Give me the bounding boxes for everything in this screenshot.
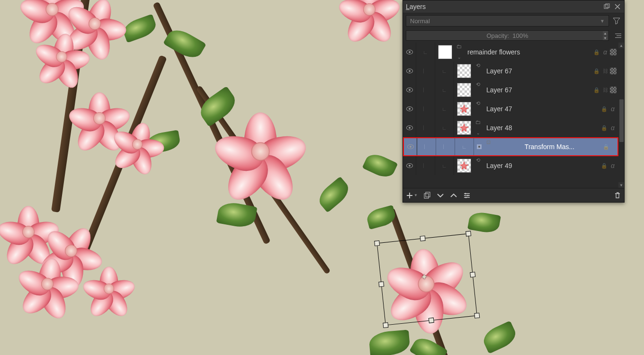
lock-icon[interactable]: 🔒	[602, 143, 610, 151]
svg-rect-1	[606, 4, 609, 8]
transform-handle-w[interactable]	[378, 281, 384, 287]
scroll-thumb[interactable]	[619, 99, 624, 142]
layer-status-icons: 🔒α	[593, 48, 617, 56]
visibility-toggle[interactable]	[403, 156, 416, 175]
indent-cell: ∟	[435, 118, 454, 137]
eye-icon	[406, 88, 413, 92]
chevron-down-icon: ▼	[600, 18, 605, 24]
layer-thumbnail[interactable]	[454, 80, 474, 99]
layer-name-label[interactable]: Layer 47	[482, 105, 600, 113]
layer-row[interactable]: ⎸∟⟲Layer 49🔒α	[403, 156, 624, 175]
svg-point-5	[467, 195, 468, 196]
layer-row[interactable]: ⎸∟⟲Layer 47🔒α	[403, 99, 624, 118]
alpha-lock-icon[interactable]	[610, 87, 617, 93]
transform-handle-s[interactable]	[429, 318, 434, 323]
visibility-toggle[interactable]	[403, 80, 416, 99]
alpha-lock-icon[interactable]	[610, 68, 617, 74]
alpha-icon[interactable]: α	[609, 124, 617, 132]
layer-name-label[interactable]: Transform Mas...	[492, 143, 602, 151]
transform-handle-ne[interactable]	[465, 231, 471, 237]
transform-handle-se[interactable]	[474, 313, 480, 319]
layer-row[interactable]: ⎸∟⟲Layer 67🔒⛓	[403, 80, 624, 99]
indent-cell: ⎸	[416, 118, 435, 137]
layer-status-icons: 🔒⛓	[593, 67, 617, 75]
layer-thumbnail[interactable]	[435, 43, 455, 62]
move-down-button[interactable]	[437, 192, 444, 199]
add-layer-button[interactable]: ▼	[406, 192, 418, 199]
layer-row[interactable]: ⎸∟⟲Layer 67🔒⛓	[403, 62, 624, 80]
blend-mode-value: Normal	[410, 18, 430, 25]
float-panel-icon[interactable]	[603, 3, 611, 10]
duplicate-layer-button[interactable]	[423, 192, 431, 199]
eye-icon	[406, 125, 413, 130]
svg-rect-0	[604, 5, 608, 9]
layer-type-icon: ⟲	[474, 156, 482, 175]
layer-type-icon: ⟲	[474, 99, 482, 118]
lock-icon[interactable]: 🔒	[600, 162, 608, 169]
layer-status-icons: 🔒α	[600, 124, 617, 132]
layer-name-label[interactable]: Layer 49	[482, 162, 600, 169]
opacity-stepper[interactable]: ▲▼	[603, 31, 608, 40]
layer-status-icons: 🔒α	[600, 105, 617, 113]
layer-row[interactable]: ∟🗀⌄remainder flowers🔒α	[403, 43, 624, 62]
scroll-down-icon[interactable]: ▼	[618, 182, 624, 188]
layers-panel-header[interactable]: Layers	[403, 0, 624, 13]
alpha-lock-icon[interactable]	[610, 49, 617, 55]
lock-icon[interactable]: 🔒	[600, 105, 608, 113]
eye-icon	[406, 69, 413, 73]
expand-arrow-icon[interactable]: ⌄	[456, 55, 463, 62]
layer-name-label[interactable]: remainder flowers	[463, 48, 593, 56]
indent-cell: ∟	[455, 138, 474, 155]
visibility-toggle[interactable]	[404, 138, 417, 155]
inherit-alpha-icon[interactable]: ⛓	[601, 67, 609, 75]
move-up-button[interactable]	[450, 192, 457, 199]
layer-name-label[interactable]: Layer 67	[482, 86, 593, 94]
indent-cell: ⎸	[416, 62, 435, 80]
eye-icon	[406, 163, 413, 168]
transform-handle-sw[interactable]	[383, 322, 388, 328]
transform-box[interactable]: ✦	[377, 233, 485, 333]
lock-icon[interactable]: 🔒	[593, 67, 600, 75]
layer-type-icon: ⟲	[474, 62, 482, 80]
layers-menu-icon[interactable]	[612, 31, 621, 40]
visibility-toggle[interactable]	[403, 99, 416, 118]
lock-icon[interactable]: 🔒	[600, 124, 608, 132]
layer-row[interactable]: ⎸⎸∟⊡Transform Mas...🔒	[403, 137, 618, 156]
alpha-icon[interactable]: α	[609, 162, 617, 169]
transform-handle-e[interactable]	[470, 272, 475, 277]
filter-icon[interactable]	[612, 16, 621, 26]
layer-thumbnail[interactable]	[454, 118, 474, 137]
layer-thumbnail[interactable]	[454, 156, 474, 175]
layer-row[interactable]: ⎸∟🗀⌄Layer 48🔒α	[403, 118, 624, 137]
layer-thumbnail[interactable]	[454, 62, 474, 80]
layer-name-label[interactable]: Layer 48	[482, 124, 600, 132]
layer-settings-button[interactable]	[463, 192, 471, 199]
layer-type-icon: 🗀	[455, 43, 463, 55]
scroll-up-icon[interactable]: ▲	[618, 43, 624, 48]
visibility-toggle[interactable]	[403, 118, 416, 137]
visibility-toggle[interactable]	[403, 62, 416, 80]
transform-pivot[interactable]: ✦	[420, 272, 428, 283]
lock-icon[interactable]: 🔒	[593, 48, 600, 56]
inherit-alpha-icon[interactable]: ⛓	[601, 86, 609, 94]
layer-name-label[interactable]: Layer 67	[482, 67, 593, 75]
svg-point-6	[465, 196, 466, 198]
layer-type-icon: ⊡	[484, 138, 492, 155]
indent-cell: ⎸	[436, 138, 455, 155]
visibility-toggle[interactable]	[403, 43, 416, 62]
alpha-icon[interactable]: α	[601, 48, 609, 56]
blend-mode-select[interactable]: Normal ▼	[406, 15, 609, 27]
layer-list: ∟🗀⌄remainder flowers🔒α⎸∟⟲Layer 67🔒⛓⎸∟⟲La…	[403, 43, 624, 188]
lock-icon[interactable]: 🔒	[593, 86, 600, 94]
delete-layer-button[interactable]	[614, 192, 621, 199]
transform-handle-nw[interactable]	[374, 240, 380, 246]
opacity-slider[interactable]: Opacity: 100% ▲▼	[406, 30, 609, 41]
transform-handle-n[interactable]	[420, 236, 426, 241]
expand-arrow-icon[interactable]: ⌄	[475, 131, 482, 137]
layer-thumbnail[interactable]	[454, 99, 474, 118]
alpha-icon[interactable]: α	[609, 105, 617, 113]
layer-thumbnail[interactable]	[474, 138, 484, 155]
close-panel-icon[interactable]	[614, 3, 621, 10]
indent-cell: ∟	[435, 62, 454, 80]
scrollbar[interactable]: ▲ ▼	[618, 43, 624, 188]
